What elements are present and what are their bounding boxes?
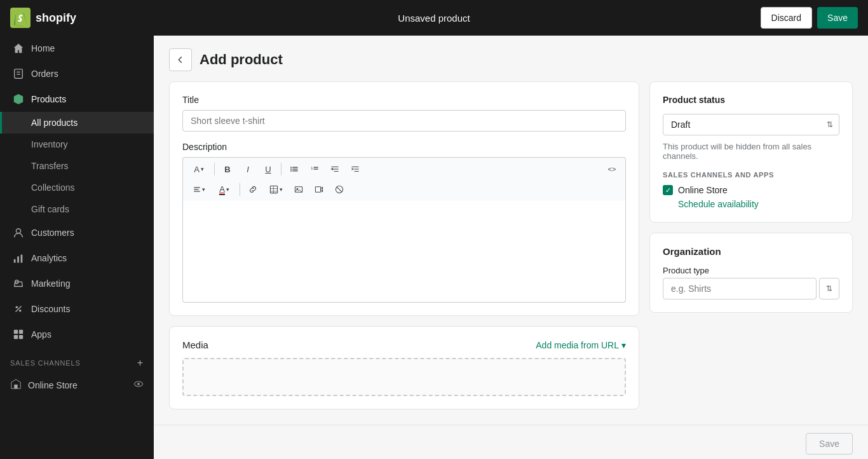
sales-channels-apps-label: SALES CHANNELS AND APPS [663,171,839,179]
code-button[interactable]: <> [602,160,621,178]
svg-point-23 [290,170,292,172]
topbar: shopify Unsaved product Discard Save [0,0,868,36]
sidebar-item-orders[interactable]: Orders [0,61,154,86]
text-color-button[interactable]: A ▾ [212,181,236,198]
svg-rect-14 [14,335,18,339]
product-status-title: Product status [663,95,839,105]
sidebar-item-analytics[interactable]: Analytics [0,245,154,271]
online-store-checkbox-label: Online Store [678,185,728,195]
add-channel-button[interactable]: + [137,357,144,369]
orders-icon [12,67,25,80]
image-button[interactable] [289,181,308,198]
italic-button[interactable]: I [238,160,257,178]
eye-icon[interactable] [133,379,144,391]
svg-rect-5 [14,259,16,263]
unordered-list-button[interactable] [285,160,304,178]
sidebar-item-gift-cards[interactable]: Gift cards [0,198,154,220]
product-type-input[interactable] [663,278,817,299]
status-select-wrapper: Draft Active [663,114,839,135]
topbar-actions: Discard Save [761,7,858,29]
content-area: Title Description A▾ B I U [154,81,868,425]
organization-title: Organization [663,246,839,257]
status-hint: This product will be hidden from all sal… [663,142,839,161]
svg-point-18 [137,383,140,385]
sidebar-sub-label-transfers: Transfers [31,161,69,171]
title-label: Title [182,95,626,105]
indent-decrease-button[interactable] [325,160,344,178]
toolbar-row-1: A▾ B I U 1.2. [187,160,621,178]
sales-channels-label: SALES CHANNELS + [0,347,154,373]
sidebar-item-label-home: Home [31,43,55,53]
status-select[interactable]: Draft Active [663,114,839,135]
font-format-button[interactable]: A▾ [187,160,211,178]
media-title: Media [182,339,208,350]
video-button[interactable] [309,181,329,198]
save-button-top[interactable]: Save [817,7,858,29]
description-label: Description [182,142,626,152]
sidebar-item-apps[interactable]: Apps [0,322,154,347]
svg-point-21 [290,168,292,170]
logo-text: shopify [36,11,76,25]
products-icon [12,93,25,106]
sidebar-item-transfers[interactable]: Transfers [0,155,154,177]
sidebar-item-label-customers: Customers [31,228,74,238]
ordered-list-button[interactable]: 1.2. [305,160,324,178]
sidebar-item-marketing[interactable]: Marketing [0,271,154,296]
sidebar-item-inventory[interactable]: Inventory [0,134,154,155]
svg-rect-16 [14,385,17,388]
sidebar-item-label-products: Products [31,94,66,104]
main-column: Title Description A▾ B I U [169,81,639,409]
underline-button[interactable]: U [259,160,278,178]
svg-rect-15 [19,335,23,339]
schedule-availability-link[interactable]: Schedule availability [678,199,839,209]
discard-button[interactable]: Discard [761,7,812,29]
online-store-checkbox[interactable] [663,185,673,195]
discounts-icon [12,303,25,315]
side-column: Product status Draft Active This product… [649,81,853,313]
sidebar-item-home[interactable]: Home [0,36,154,61]
sidebar-item-online-store[interactable]: Online Store [0,373,154,397]
svg-rect-38 [270,186,277,193]
media-drop-zone[interactable] [182,358,626,396]
description-input[interactable] [182,201,626,303]
media-card: Media Add media from URL ▾ [169,326,639,409]
add-media-label: Add media from URL [536,340,619,350]
title-input[interactable] [182,110,626,132]
save-button-bottom[interactable]: Save [806,433,853,455]
sidebar-item-label-analytics: Analytics [31,253,67,263]
page-header: Add product [154,36,868,81]
logo: shopify [10,8,137,28]
home-icon [12,42,25,55]
layout: Home Orders Products All products Invent… [0,36,868,459]
shopify-logo-icon [10,8,31,28]
svg-point-9 [16,306,18,309]
product-type-select-button[interactable]: ⇅ [819,278,839,299]
media-header: Media Add media from URL ▾ [182,339,626,350]
svg-point-10 [19,310,22,312]
topbar-page-title: Unsaved product [398,13,470,24]
online-store-checkbox-row: Online Store [663,185,839,195]
svg-point-4 [16,229,20,233]
sidebar-item-collections[interactable]: Collections [0,177,154,198]
align-button[interactable]: ▾ [187,181,211,198]
svg-rect-44 [315,187,320,192]
link-button[interactable] [243,181,262,198]
svg-point-19 [290,167,292,168]
add-media-link[interactable]: Add media from URL ▾ [536,340,626,350]
sidebar-item-products[interactable]: Products [0,86,154,112]
sidebar-item-discounts[interactable]: Discounts [0,296,154,322]
clear-format-button[interactable] [330,181,349,198]
toolbar-divider-3 [240,183,240,196]
svg-rect-6 [17,256,19,263]
sidebar-item-all-products[interactable]: All products [0,112,154,134]
table-button[interactable]: ▾ [264,181,288,198]
bold-button[interactable]: B [218,160,237,178]
back-button[interactable] [169,48,192,71]
toolbar-divider-1 [214,163,215,175]
sidebar-item-customers[interactable]: Customers [0,220,154,245]
bottom-bar: Save [154,425,868,459]
toolbar-row-2: ▾ A ▾ ▾ [187,181,621,198]
customers-icon [12,226,25,239]
sidebar-sub-label-gift-cards: Gift cards [31,204,69,214]
indent-increase-button[interactable] [346,160,365,178]
